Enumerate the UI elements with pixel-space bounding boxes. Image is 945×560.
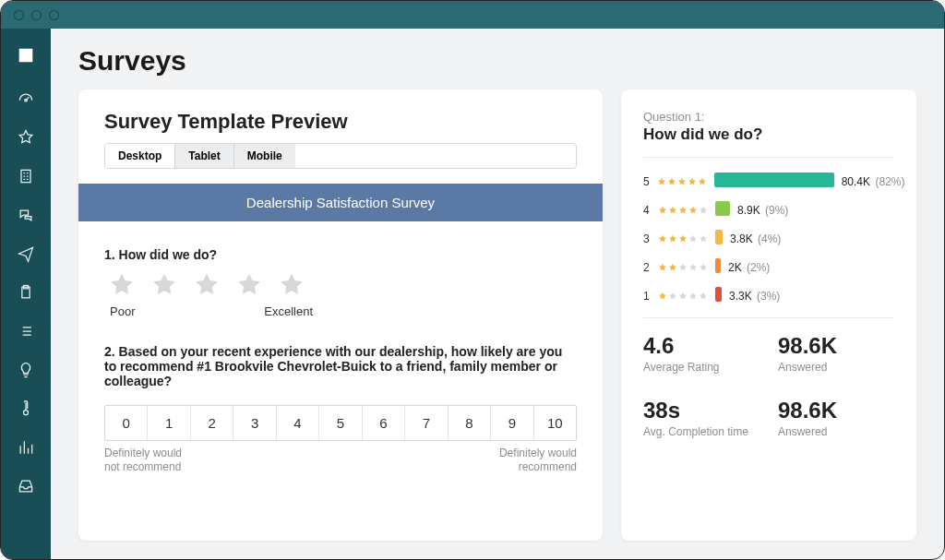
star-icon [677, 177, 687, 186]
star-icon [668, 292, 677, 301]
star-icon [657, 177, 666, 186]
kpi-value: 98.6K [778, 333, 894, 359]
distribution-star-count: 4 [643, 204, 651, 217]
star-icon [678, 234, 688, 244]
nps-cell[interactable]: 7 [404, 406, 447, 440]
kpi-label: Average Rating [643, 361, 760, 374]
device-mobile-tab[interactable]: Mobile [233, 144, 295, 168]
distribution-bar [715, 287, 722, 304]
kpi-value: 38s [643, 398, 760, 423]
nps-max-label: Definitely would recommend [484, 447, 577, 474]
nps-cell[interactable]: 4 [276, 406, 318, 440]
window-dot [31, 10, 42, 20]
thermometer-icon[interactable] [17, 399, 35, 422]
question-2: 2. Based on your recent experience with … [104, 344, 577, 474]
question-1-title: 1. How did we do? [104, 247, 577, 262]
mini-star-group [657, 177, 707, 186]
nps-min-label: Definitely would not recommend [104, 447, 197, 474]
stats-question-label: Question 1: [643, 110, 894, 124]
distribution-bar [715, 230, 723, 247]
nps-cell[interactable]: 8 [448, 406, 490, 440]
star-icon [698, 177, 707, 186]
star-icon[interactable] [150, 271, 178, 299]
star-icon [658, 234, 667, 244]
kpi: 98.6KAnswered [778, 333, 894, 374]
inbox-icon[interactable] [17, 477, 35, 499]
star-icon [658, 263, 667, 272]
bar-chart-icon[interactable] [17, 438, 35, 460]
dashboard-icon[interactable] [17, 89, 35, 112]
distribution-percent: (4%) [755, 232, 782, 245]
nps-cell[interactable]: 3 [233, 406, 275, 440]
building-icon[interactable] [17, 167, 35, 189]
nps-cell[interactable]: 6 [362, 406, 404, 440]
star-icon [668, 206, 677, 215]
kpi-label: Answered [778, 425, 894, 438]
device-desktop-tab[interactable]: Desktop [105, 144, 174, 168]
device-tablet-tab[interactable]: Tablet [174, 144, 233, 168]
star-icon[interactable] [108, 271, 136, 299]
nps-cell[interactable]: 2 [190, 406, 233, 440]
star-icon[interactable] [193, 271, 221, 299]
distribution-value: 2K (2%) [728, 261, 770, 274]
star-max-label: Excellent [264, 304, 313, 318]
question-2-title: 2. Based on your recent experience with … [104, 344, 577, 388]
nps-cell[interactable]: 5 [318, 406, 361, 440]
distribution-star-count: 1 [643, 290, 651, 303]
star-icon [658, 292, 667, 301]
star-icon [699, 263, 708, 272]
window-dot [49, 10, 59, 20]
mini-star-group [658, 292, 708, 301]
distribution-row: 22K (2%) [643, 258, 894, 276]
mini-star-group [658, 206, 708, 215]
nps-cell[interactable]: 10 [533, 406, 576, 440]
svg-point-4 [24, 411, 29, 415]
survey-preview-card: Survey Template Preview Desktop Tablet M… [78, 89, 603, 541]
question-1: 1. How did we do? Poor Excellent [104, 247, 577, 318]
kpi-label: Avg. Completion time [643, 425, 760, 438]
star-icon [668, 263, 677, 272]
rating-distribution: 580.4K (82%)48.9K (9%)33.8K (4%)22K (2%)… [643, 173, 894, 304]
distribution-percent: (3%) [754, 290, 781, 303]
nps-cell[interactable]: 1 [147, 406, 189, 440]
kpi: 98.6KAnswered [778, 398, 894, 438]
star-icon[interactable] [278, 271, 305, 299]
question-stats-card: Question 1: How did we do? 580.4K (82%)4… [621, 89, 916, 541]
bulb-icon[interactable] [17, 361, 35, 383]
list-icon[interactable] [17, 322, 35, 344]
distribution-percent: (2%) [744, 261, 771, 274]
mini-star-group [658, 263, 708, 272]
star-icon [667, 177, 676, 186]
sidebar [1, 29, 51, 559]
window-dot [14, 10, 24, 20]
distribution-bar [714, 173, 834, 190]
divider [643, 317, 894, 318]
star-icon[interactable] [235, 271, 263, 299]
device-segmented-control: Desktop Tablet Mobile [104, 143, 577, 169]
distribution-row: 33.8K (4%) [643, 230, 894, 247]
kpi-grid: 4.6Average Rating98.6KAnswered38sAvg. Co… [643, 333, 894, 438]
nps-scale: 012345678910 [104, 405, 577, 441]
distribution-percent: (82%) [872, 175, 904, 188]
star-icon [688, 234, 698, 244]
distribution-bar [715, 258, 721, 276]
distribution-value: 8.9K (9%) [737, 204, 788, 217]
kpi-value: 4.6 [643, 333, 760, 359]
nps-cell[interactable]: 0 [105, 406, 147, 440]
mini-star-group [658, 234, 708, 244]
distribution-star-count: 5 [643, 175, 650, 188]
send-icon[interactable] [17, 244, 35, 267]
star-min-label: Poor [110, 304, 135, 318]
distribution-percent: (9%) [762, 204, 789, 217]
nps-cell[interactable]: 9 [490, 406, 532, 440]
star-icon [678, 206, 688, 215]
distribution-row: 580.4K (82%) [643, 173, 894, 190]
clipboard-icon[interactable] [17, 283, 35, 305]
distribution-row: 13.3K (3%) [643, 287, 894, 304]
chat-icon[interactable] [17, 206, 35, 228]
star-rating-input[interactable] [108, 271, 573, 299]
distribution-value: 3.3K (3%) [729, 290, 780, 303]
star-icon[interactable] [17, 128, 35, 150]
kpi-label: Answered [778, 361, 894, 374]
star-icon [688, 206, 698, 215]
